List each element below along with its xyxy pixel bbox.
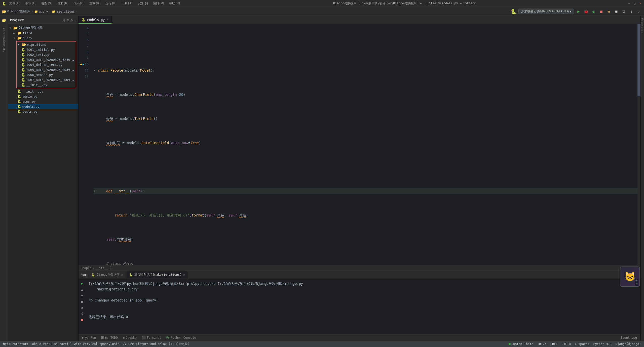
tree-item-models[interactable]: 🐍 models.py xyxy=(8,104,78,109)
bottom-tab-quokka[interactable]: ◉ Quokka xyxy=(120,334,139,341)
tree-item-django-db[interactable]: ▾ 📂 Django与数据库 xyxy=(8,25,78,30)
status-python[interactable]: Python 3.8 xyxy=(592,342,613,346)
tree-item-0006[interactable]: 🐍 0006_member.py xyxy=(17,72,76,77)
run-btn-stop[interactable]: ■ xyxy=(80,299,85,304)
panel-expand-icon[interactable]: ⊞ xyxy=(67,18,69,22)
side-icon-extra[interactable]: 7 xyxy=(1,47,7,54)
maximize-button[interactable]: □ xyxy=(633,2,636,5)
tree-item-0002[interactable]: 🐍 0002_text.py xyxy=(17,52,76,57)
encoding-label: UTF-8 xyxy=(562,342,571,346)
menu-window[interactable]: 窗口(W) xyxy=(151,1,166,6)
menu-tools[interactable]: 工具(J) xyxy=(120,1,135,6)
tree-item-query[interactable]: ▾ 📂 query xyxy=(8,35,78,40)
breadcrumb-query[interactable]: query xyxy=(39,10,48,13)
status-neck-protector[interactable]: NeckProtector: Take a rest! Be careful w… xyxy=(2,342,191,346)
tab-models[interactable]: 🐍 models.py × xyxy=(79,16,112,24)
tree-item-0007[interactable]: 🐍 0007_auto_20200326_2009.py xyxy=(17,77,76,82)
run-btn-print[interactable]: 🖨 xyxy=(80,311,85,316)
line-numbers: 4 5 6 7 8 9 ● ▶ 10 11 12 xyxy=(79,24,92,265)
folder-icon-django: ▾ 📂 xyxy=(9,26,18,30)
scroll-indicator[interactable] xyxy=(637,24,640,265)
menu-run[interactable]: 运行(U) xyxy=(104,1,119,6)
event-log-tab[interactable]: Event Log xyxy=(618,334,639,341)
file-label-0002: 0002_text.py xyxy=(26,53,49,57)
bottom-tab-run[interactable]: ▶ y: Run xyxy=(80,334,98,341)
status-bar: NeckProtector: Take a rest! Be careful w… xyxy=(0,341,644,347)
file-icon-0004: 🐍 xyxy=(21,63,25,67)
menu-nav[interactable]: 导航(N) xyxy=(56,1,70,6)
bottom-tabs: ▶ y: Run ☰ 6: TODO ◉ Quokka ⬛ Terminal P… xyxy=(79,334,640,341)
menu-view[interactable]: 视图(V) xyxy=(40,1,54,6)
tree-item-field[interactable]: ▸ 📁 field xyxy=(8,30,78,35)
run-btn-play[interactable]: ▶ xyxy=(80,281,85,286)
menu-edit[interactable]: 编辑(E) xyxy=(24,1,39,6)
tree-item-init-migrations[interactable]: 🐍 __init__.py xyxy=(17,82,76,87)
tree-item-tests[interactable]: 🐍 tests.py xyxy=(8,109,78,114)
todo-tab-icon: ☰ xyxy=(101,336,104,339)
panel-minimize-icon[interactable]: ─ xyxy=(74,18,76,22)
tree-item-0005[interactable]: 🐍 0005_auto_20200326_0039.py xyxy=(17,67,76,72)
terminal-content[interactable]: I:\我的大学\项目代码\python3环境\Django与数据库\Script… xyxy=(86,279,640,334)
menu-vcs[interactable]: VCS(S) xyxy=(136,2,150,5)
todo-tab-label: 6: TODO xyxy=(105,336,118,339)
tab-close-models[interactable]: × xyxy=(106,18,108,22)
status-django[interactable]: Django(django) xyxy=(615,342,642,346)
run-with-coverage-button[interactable]: ☯ xyxy=(591,9,597,15)
panel-locate-icon[interactable]: ◎ xyxy=(63,18,65,22)
terminal-line-5 xyxy=(89,303,637,309)
code-content[interactable]: ▾ class People(models.Model): 角色 = model… xyxy=(92,24,637,265)
menu-file[interactable]: 文件(F) xyxy=(8,1,22,6)
tree-item-admin[interactable]: 🐍 admin.py xyxy=(8,94,78,99)
folder-label-migrations: migrations xyxy=(27,43,46,47)
quokka-tab-label: Quokka xyxy=(126,336,137,339)
menu-code[interactable]: 代码(C) xyxy=(72,1,87,6)
breadcrumb-migrations[interactable]: migrations xyxy=(57,10,75,13)
run-btn-down[interactable]: ▼ xyxy=(80,293,85,298)
run-btn-up[interactable]: ▲ xyxy=(80,287,85,292)
tree-item-0001[interactable]: 🐍 0001_initial.py xyxy=(17,47,76,52)
side-icon-database[interactable]: DATABASE xyxy=(1,40,7,46)
settings-button[interactable]: ⚙ xyxy=(621,9,627,15)
build-button[interactable]: ⚒ xyxy=(606,9,612,15)
tree-item-migrations[interactable]: ▾ 📂 migrations xyxy=(17,42,76,47)
code-line-9 xyxy=(94,164,637,170)
status-theme[interactable]: Custom Theme xyxy=(508,342,534,346)
tree-item-init-query[interactable]: 🐍 __init__.py xyxy=(8,89,78,94)
run-config-button[interactable]: 添加映射记录(MAKEMIGRATIONS) ▾ xyxy=(518,9,574,14)
right-panel-favorites[interactable]: Favorites xyxy=(640,16,644,35)
terminal-tab-makemigrations[interactable]: 🐍 添加映射记录(makemigrations) × xyxy=(127,271,187,278)
tree-item-apps[interactable]: 🐍 apps.py xyxy=(8,99,78,104)
theme-label: Custom Theme xyxy=(511,342,533,346)
minimize-button[interactable]: ─ xyxy=(627,2,631,5)
bottom-tab-terminal[interactable]: ⬛ Terminal xyxy=(139,334,164,341)
file-label-0001: 0001_initial.py xyxy=(26,48,55,52)
commit-button[interactable]: ✓ xyxy=(636,9,642,15)
tree-item-0004[interactable]: 🐍 0004_delete_text.py xyxy=(17,62,76,67)
debug-button[interactable]: 🐞 xyxy=(583,9,589,15)
panel-gear-icon[interactable]: ⚙ xyxy=(70,18,72,22)
vcs-update-button[interactable]: ↓ xyxy=(628,9,634,15)
menu-refactor[interactable]: 重构(R) xyxy=(88,1,102,6)
terminal-tab-django-close[interactable]: × xyxy=(121,273,123,277)
status-encoding[interactable]: UTF-8 xyxy=(561,342,572,346)
python-console-icon: Py xyxy=(166,336,170,339)
status-position[interactable]: 10:23 xyxy=(536,342,547,346)
stop-button[interactable]: ■ xyxy=(598,9,604,15)
terminal-tab-make-close[interactable]: × xyxy=(183,273,185,277)
menu-help[interactable]: 帮助(H) xyxy=(168,1,182,6)
tree-item-0003[interactable]: 🐍 0003_auto_20200325_1245.py xyxy=(17,57,76,62)
bottom-tab-python-console[interactable]: Py Python Console xyxy=(164,334,199,341)
terminal-tab-django[interactable]: 🐍 Django与数据库 × xyxy=(89,271,126,278)
search-everywhere-button[interactable]: ⊞ xyxy=(613,9,619,15)
status-indent[interactable]: 4 spaces xyxy=(574,342,590,346)
file-label-models: models.py xyxy=(22,105,40,108)
close-button[interactable]: × xyxy=(638,2,642,5)
status-line-ending[interactable]: CRLF xyxy=(549,342,559,346)
run-button[interactable]: ▶ xyxy=(576,9,582,15)
run-btn-extra[interactable]: ■ xyxy=(80,317,85,322)
breadcrumb-project[interactable]: Django与数据库 xyxy=(7,9,30,14)
side-icon-project[interactable]: 📁 xyxy=(1,17,7,24)
python-console-label: Python Console xyxy=(171,336,196,339)
run-btn-rerun[interactable]: ↺ xyxy=(80,305,85,310)
bottom-tab-todo[interactable]: ☰ 6: TODO xyxy=(98,334,120,341)
